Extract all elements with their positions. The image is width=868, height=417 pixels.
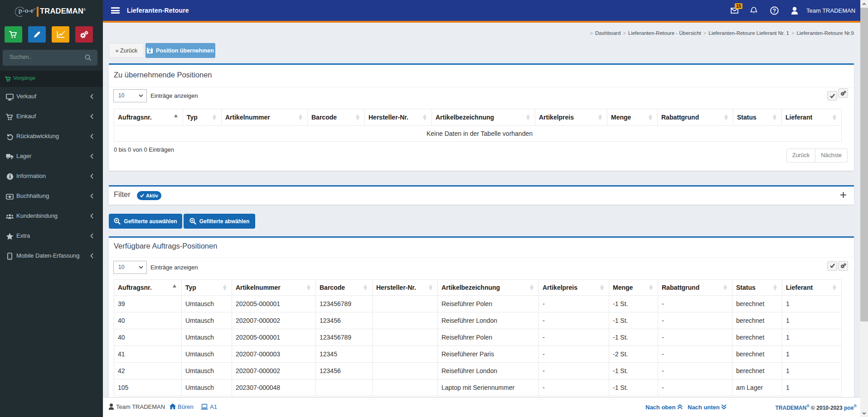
svg-text:?: ? <box>773 7 776 14</box>
